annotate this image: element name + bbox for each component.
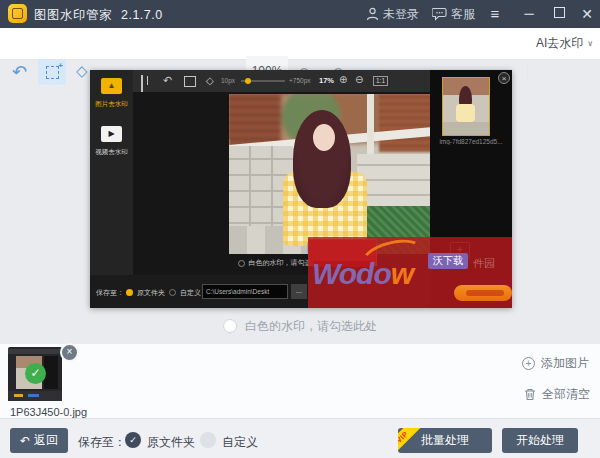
inner-zoom-in-icon: ⊕ (339, 75, 347, 85)
photo-bricks (229, 94, 287, 146)
inner-radio-custom (169, 289, 176, 296)
support-button[interactable]: 客服 (432, 0, 475, 28)
titlebar: 图图水印管家 2.1.7.0 未登录 客服 ≡ ─ ✕ (0, 0, 600, 28)
site-watermark-overlay: Wodow 沃下载 件园 (308, 237, 512, 308)
window-title: 图图水印管家 2.1.7.0 (34, 7, 163, 24)
app-window: 图图水印管家 2.1.7.0 未登录 客服 ≡ ─ ✕ ↶ + ◇ 10px +… (0, 0, 600, 458)
batch-process-button[interactable]: VIP 批量处理 (398, 428, 492, 453)
add-image-button[interactable]: + 添加图片 (522, 355, 589, 372)
inner-thumbnail-filename: img-7fd827ed125d5... (431, 138, 511, 145)
preview-screenshot: ▲ 图片去水印 ▶ 视频去水印 ↶ ◇ 10px +750px 17% ⊕ ⊖ … (90, 70, 512, 308)
watermark-pill-decoration (454, 285, 512, 301)
inner-radio-original-folder (126, 289, 133, 296)
back-arrow-icon: ↶ (20, 434, 30, 448)
user-icon (366, 7, 379, 21)
back-button[interactable]: ↶ 返回 (10, 428, 68, 453)
start-process-button[interactable]: 开始处理 (502, 428, 578, 453)
inner-zoom-level: 17% (319, 76, 334, 85)
chevron-down-icon: ∨ (587, 39, 593, 48)
plus-circle-icon: + (522, 357, 535, 370)
brand-main: Wodo (312, 257, 391, 290)
clear-all-button[interactable]: 全部清空 (524, 386, 590, 403)
file-name: 1P63J450-0.jpg (10, 406, 120, 418)
inner-sidebar: ▲ 图片去水印 ▶ 视频去水印 (90, 70, 133, 275)
inner-radio-label: 自定义 (180, 288, 201, 298)
maximize-button[interactable] (548, 5, 570, 23)
trash-icon (524, 388, 536, 401)
photo-building (379, 94, 433, 152)
inner-radio-label: 原文件夹 (137, 288, 165, 298)
minimize-button[interactable]: ─ (518, 5, 540, 23)
watermark-badge: 沃下载 (428, 253, 468, 269)
selection-tool-icon: + (46, 66, 59, 79)
photo-person-face (313, 124, 335, 151)
vip-badge: VIP (398, 428, 422, 453)
toolbar-divider (527, 61, 528, 83)
watermark-brand: Wodow (312, 257, 413, 291)
inner-tab-video-watermark: ▶ 视频去水印 (90, 121, 133, 166)
clear-all-label: 全部清空 (542, 386, 590, 403)
inner-brush-min: 10px (221, 77, 235, 84)
file-strip: ✓ × 1P63J450-0.jpg + 添加图片 全部清空 (0, 344, 600, 418)
support-label: 客服 (451, 6, 475, 23)
inner-zoom-out-icon: ⊖ (355, 75, 363, 85)
inner-tab-image-watermark: ▲ 图片去水印 (90, 73, 133, 118)
file-item[interactable]: ✓ × 1P63J450-0.jpg (8, 347, 62, 417)
video-icon: ▶ (101, 126, 122, 142)
undo-icon[interactable]: ↶ (12, 61, 27, 83)
selected-check-icon: ✓ (25, 363, 46, 384)
menu-icon[interactable]: ≡ (484, 5, 506, 23)
radio-original-folder[interactable]: ✓ (125, 432, 141, 448)
inner-ratio: 1:1 (373, 76, 388, 86)
inner-undo-icon: ↶ (163, 75, 172, 85)
brand-accent: w (391, 257, 413, 290)
app-name: 图图水印管家 (34, 8, 112, 22)
watermark-suffix: 件园 (473, 256, 495, 271)
inner-thumbnail-close-icon: × (498, 72, 510, 84)
inner-save-label: 保存至： (96, 288, 124, 298)
radio-custom-label: 自定义 (222, 434, 258, 451)
checkbox-circle (223, 319, 237, 333)
login-button[interactable]: 未登录 (366, 0, 419, 28)
mode-dropdown[interactable]: AI去水印 ∨ (536, 28, 593, 59)
inner-eraser-icon: ◇ (206, 76, 214, 86)
selection-tool-button[interactable]: + (38, 59, 66, 85)
inner-slider-handle (245, 78, 251, 84)
add-image-label: 添加图片 (541, 355, 589, 372)
radio-original-label: 原文件夹 (147, 434, 195, 451)
inner-crop-icon (184, 76, 196, 87)
eraser-icon[interactable]: ◇ (76, 62, 88, 80)
inner-brush-max: +750px (289, 77, 311, 84)
close-button[interactable]: ✕ (576, 5, 598, 23)
inner-tab-label: 图片去水印 (90, 100, 133, 109)
chat-icon (432, 7, 447, 21)
batch-label: 批量处理 (421, 432, 469, 449)
mode-label: AI去水印 (536, 35, 583, 52)
image-icon: ▲ (101, 78, 122, 94)
back-label: 返回 (34, 432, 58, 449)
inner-path-input (202, 284, 288, 299)
main-toolbar: ↶ + ◇ 10px +150px 100% ⊕ ⊖ 1:1 AI去水印 ∨ (0, 28, 600, 60)
app-logo-icon (8, 4, 27, 23)
photo-bench (357, 154, 433, 209)
photo-preview (229, 94, 433, 254)
save-to-label: 保存至： (78, 434, 126, 451)
file-thumbnail: ✓ (8, 347, 62, 401)
white-watermark-checkbox[interactable]: 白色的水印，请勾选此处 (0, 316, 600, 336)
inner-toolbar: ↶ ◇ 10px +750px 17% ⊕ ⊖ 1:1 (133, 70, 430, 92)
radio-custom[interactable] (200, 432, 216, 448)
checkbox-label: 白色的水印，请勾选此处 (245, 318, 377, 335)
inner-browse-button: ... (291, 284, 307, 299)
remove-file-icon[interactable]: × (60, 343, 79, 362)
login-label: 未登录 (383, 6, 419, 23)
inner-tab-label: 视频去水印 (90, 148, 133, 157)
inner-thumbnail (442, 77, 490, 136)
app-version: 2.1.7.0 (121, 8, 163, 22)
start-label: 开始处理 (516, 432, 564, 449)
inner-checkbox-circle (238, 260, 245, 267)
bottom-bar: ↶ 返回 保存至： ✓ 原文件夹 自定义 VIP 批量处理 开始处理 (0, 418, 600, 458)
